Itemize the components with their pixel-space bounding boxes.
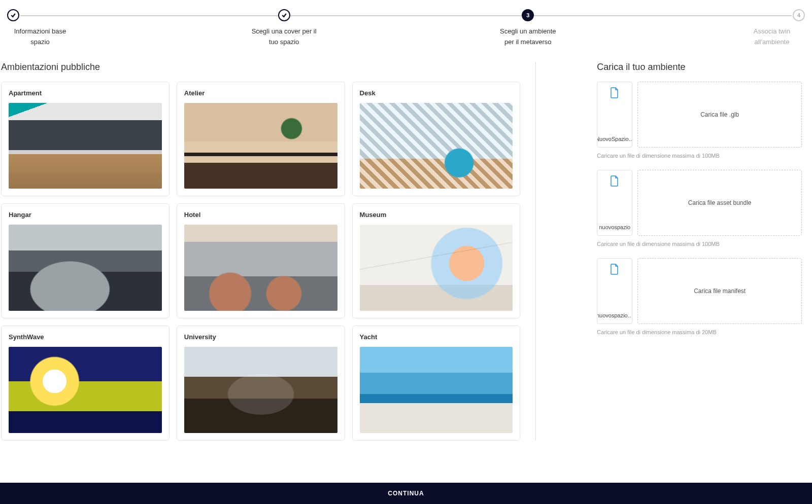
file-icon: [610, 175, 619, 189]
environment-name: University: [184, 333, 337, 341]
environment-name: Hotel: [184, 211, 337, 219]
step-2[interactable]: Scegli una cover per il tuo spazio: [251, 9, 317, 48]
upload-group: nuovospazioCarica file asset bundleCaric…: [597, 170, 802, 247]
step-number: 4: [793, 9, 805, 21]
environment-thumbnail: [360, 225, 513, 311]
environment-thumbnail: [9, 347, 162, 433]
environment-thumbnail: [184, 225, 337, 311]
public-environments-title: Ambientazioni pubbliche: [1, 62, 520, 73]
environment-name: Yacht: [360, 333, 513, 341]
environment-thumbnail: [184, 103, 337, 189]
environment-name: Museum: [360, 211, 513, 219]
environment-thumbnail: [360, 347, 513, 433]
step-label: Scegli un ambiente per il metaverso: [495, 26, 561, 48]
environment-name: Hangar: [9, 211, 162, 219]
environment-name: Desk: [360, 89, 513, 97]
environments-grid: ApartmentAtelierDeskHangarHotelMuseumSyn…: [1, 82, 520, 441]
step-label: Scegli una cover per il tuo spazio: [251, 26, 317, 48]
environment-card[interactable]: University: [177, 326, 345, 441]
step-1[interactable]: Informazioni base spazio: [7, 9, 73, 48]
continue-button[interactable]: CONTINUA: [0, 483, 812, 504]
file-icon: [610, 264, 619, 277]
environment-name: Atelier: [184, 89, 337, 97]
upload-group: nuovospazio…Carica file manifestCaricare…: [597, 258, 802, 335]
environment-card[interactable]: Apartment: [1, 82, 170, 197]
uploaded-file-name: nuovospazio…: [597, 312, 632, 318]
uploaded-file-name: NuovoSpazio…: [597, 136, 632, 142]
environment-card[interactable]: SynthWave: [1, 326, 170, 441]
environment-card[interactable]: Hangar: [1, 203, 170, 318]
check-icon: [278, 9, 290, 21]
check-icon: [7, 9, 19, 21]
environment-thumbnail: [9, 103, 162, 189]
uploaded-file-name: nuovospazio: [599, 224, 630, 230]
environment-thumbnail: [184, 347, 337, 433]
upload-dropzone[interactable]: Carica file .glb: [637, 82, 802, 148]
uploads-section: NuovoSpazio…Carica file .glbCaricare un …: [597, 82, 802, 335]
step-4: 4 Associa twin all'ambiente: [739, 9, 805, 48]
environment-card[interactable]: Museum: [352, 203, 521, 318]
stepper: Informazioni base spazio Scegli una cove…: [0, 0, 812, 53]
uploaded-file-preview[interactable]: nuovospazio: [597, 170, 632, 236]
uploaded-file-preview[interactable]: NuovoSpazio…: [597, 82, 632, 148]
upload-dropzone[interactable]: Carica file manifest: [637, 258, 802, 324]
environment-card[interactable]: Hotel: [177, 203, 345, 318]
environment-card[interactable]: Yacht: [352, 326, 521, 441]
upload-hint: Caricare un file di dimensione massima d…: [597, 153, 802, 159]
environment-thumbnail: [360, 103, 513, 189]
upload-hint: Caricare un file di dimensione massima d…: [597, 329, 802, 335]
step-label: Informazioni base spazio: [7, 26, 73, 48]
environment-card[interactable]: Desk: [352, 82, 521, 197]
environment-name: SynthWave: [9, 333, 162, 341]
file-icon: [610, 87, 619, 101]
step-3[interactable]: 3 Scegli un ambiente per il metaverso: [495, 9, 561, 48]
step-label: Associa twin all'ambiente: [739, 26, 805, 48]
uploaded-file-preview[interactable]: nuovospazio…: [597, 258, 632, 324]
environment-card[interactable]: Atelier: [177, 82, 345, 197]
step-number: 3: [522, 9, 534, 21]
environment-name: Apartment: [9, 89, 162, 97]
upload-group: NuovoSpazio…Carica file .glbCaricare un …: [597, 82, 802, 159]
upload-dropzone[interactable]: Carica file asset bundle: [637, 170, 802, 236]
upload-environment-title: Carica il tuo ambiente: [597, 62, 802, 73]
environment-thumbnail: [9, 225, 162, 311]
upload-hint: Caricare un file di dimensione massima d…: [597, 241, 802, 247]
